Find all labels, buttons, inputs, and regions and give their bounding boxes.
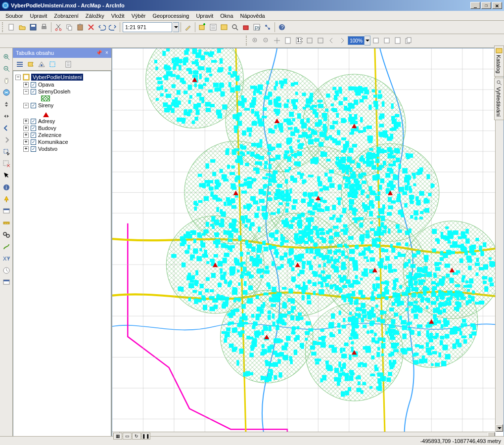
layout-forward-button[interactable] (337, 35, 348, 46)
layout-zoom-out-button[interactable] (261, 35, 272, 46)
toolbar-grip[interactable] (2, 22, 4, 32)
expand-icon[interactable]: − (15, 75, 21, 80)
measure-tool[interactable] (1, 218, 12, 228)
scale-input[interactable]: 1:21 971 (123, 22, 172, 32)
copy-button[interactable] (64, 22, 75, 33)
map-view[interactable]: ▦ ▭ ↻ ❚❚ (112, 48, 504, 441)
help-button[interactable]: ? (276, 22, 287, 33)
menu-vlozit[interactable]: Vložit (108, 12, 128, 20)
open-button[interactable] (17, 22, 28, 33)
undo-button[interactable] (96, 22, 107, 33)
expand-icon[interactable]: + (23, 133, 29, 138)
zoom-out-tool[interactable] (1, 63, 12, 74)
expand-icon[interactable]: + (23, 126, 29, 131)
scroll-down-button[interactable] (496, 424, 503, 432)
toolbar2-grip[interactable] (246, 36, 248, 45)
layer-row-budovy[interactable]: +Budovy (15, 125, 109, 132)
data-view-tab[interactable]: ▦ (113, 433, 122, 440)
editor-toolbar-button[interactable] (183, 22, 193, 33)
find-tool[interactable] (1, 229, 12, 240)
checkbox-icon[interactable] (31, 89, 36, 94)
layer-row-sireny[interactable]: −Sireny (15, 102, 109, 109)
list-by-selection-button[interactable] (47, 59, 57, 69)
fixed-zoom-out-tool[interactable] (1, 111, 12, 122)
create-viewer-tool[interactable] (1, 277, 12, 288)
layer-row-adresy[interactable]: +Adresy (15, 118, 109, 125)
clear-selection-tool[interactable] (1, 158, 12, 169)
layout-zoom-in-button[interactable] (250, 35, 261, 46)
identify-tool[interactable]: i (1, 182, 12, 193)
zoom-in-tool[interactable] (1, 51, 12, 62)
menu-upravit[interactable]: Upravit (26, 12, 50, 20)
layer-row-zeleznice[interactable]: +Zeleznice (15, 132, 109, 138)
layout-fixed-zoom-out-button[interactable] (315, 35, 326, 46)
minimize-button[interactable] (470, 2, 480, 9)
menu-soubor[interactable]: Soubor (2, 12, 26, 20)
goto-xy-tool[interactable]: XY (1, 253, 12, 264)
close-button[interactable] (492, 2, 502, 9)
list-by-drawing-order-button[interactable] (15, 59, 25, 69)
hyperlink-tool[interactable] (1, 194, 12, 205)
pause-drawing-button[interactable]: ❚❚ (141, 433, 150, 440)
html-popup-tool[interactable] (1, 206, 12, 217)
layer-row-sirenydosleh[interactable]: −SirenyDosleh (15, 88, 109, 95)
forward-extent-tool[interactable] (1, 134, 12, 145)
focus-dataframe-button[interactable] (381, 35, 392, 46)
checkbox-icon[interactable] (31, 82, 36, 88)
expand-icon[interactable]: + (23, 119, 29, 124)
save-button[interactable] (28, 22, 39, 33)
layout-whole-page-button[interactable] (282, 35, 293, 46)
toc-button[interactable] (208, 22, 219, 33)
menu-napoveda[interactable]: Nápověda (237, 12, 269, 20)
toc-tree[interactable]: − VyberPodleUmisteni +Opava−SirenyDosleh… (13, 71, 111, 441)
toc-options-button[interactable] (63, 59, 73, 69)
add-data-button[interactable] (197, 22, 208, 33)
layout-fixed-zoom-in-button[interactable] (304, 35, 315, 46)
layout-100-button[interactable]: 1:1 (293, 35, 304, 46)
menu-upravit2[interactable]: Upravit (192, 12, 217, 20)
data-driven-pages-button[interactable] (403, 35, 414, 46)
print-button[interactable] (39, 22, 49, 33)
expand-icon[interactable]: − (23, 103, 29, 108)
menu-zobrazeni[interactable]: Zobrazení (50, 12, 82, 20)
expand-icon[interactable]: + (23, 82, 29, 88)
layout-back-button[interactable] (326, 35, 337, 46)
checkbox-icon[interactable] (31, 139, 36, 145)
new-button[interactable] (6, 22, 17, 33)
layout-view-tab[interactable]: ▭ (123, 433, 132, 440)
checkbox-icon[interactable] (31, 146, 36, 152)
layout-pan-button[interactable] (272, 35, 282, 46)
layer-row-komunikace[interactable]: +Komunikace (15, 138, 109, 145)
expand-icon[interactable]: − (23, 89, 29, 94)
select-elements-tool[interactable] (1, 170, 12, 181)
list-by-visibility-button[interactable] (37, 59, 46, 69)
list-by-source-button[interactable] (26, 59, 36, 69)
full-extent-tool[interactable] (1, 87, 12, 98)
checkbox-icon[interactable] (31, 133, 36, 138)
python-button[interactable]: py (251, 22, 262, 33)
layout-zoom-value[interactable]: 100% (348, 36, 365, 45)
expand-icon[interactable]: + (23, 139, 29, 145)
scale-dropdown[interactable] (173, 22, 179, 32)
checkbox-icon[interactable] (31, 126, 36, 131)
dataframe-node[interactable]: − VyberPodleUmisteni (15, 73, 109, 81)
layout-zoom-dropdown[interactable] (365, 36, 370, 45)
redo-button[interactable] (107, 22, 118, 33)
modelbuilder-button[interactable] (262, 22, 273, 33)
cut-button[interactable] (53, 22, 64, 33)
menu-vyber[interactable]: Výběr (128, 12, 149, 20)
checkbox-icon[interactable] (31, 119, 36, 124)
menu-geoprocessing[interactable]: Geoprocessing (149, 12, 192, 20)
checkbox-icon[interactable] (31, 103, 36, 108)
back-extent-tool[interactable] (1, 123, 12, 134)
layer-row-opava[interactable]: +Opava (15, 81, 109, 88)
menu-zalozky[interactable]: Záložky (82, 12, 108, 20)
catalog-tab[interactable]: Katalog (494, 45, 504, 77)
find-route-tool[interactable] (1, 241, 12, 252)
toc-close-icon[interactable]: × (103, 49, 110, 56)
toggle-draft-button[interactable] (370, 35, 381, 46)
search-button[interactable] (229, 22, 240, 33)
search-tab[interactable]: Vyhledávání (494, 78, 504, 120)
change-layout-button[interactable] (392, 35, 403, 46)
time-slider-tool[interactable] (1, 265, 12, 276)
